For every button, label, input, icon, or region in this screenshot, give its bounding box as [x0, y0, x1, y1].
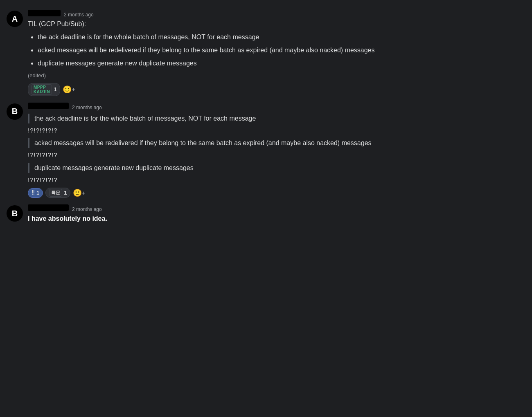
blockquote: acked messages will be redelivered if th… — [28, 138, 525, 148]
reaction-count: 1 — [54, 86, 56, 92]
message-item: B 2 months ago the ack deadline is for t… — [0, 99, 532, 202]
message-body: I have absolutely no idea. — [28, 214, 525, 224]
avatar: B — [7, 205, 23, 222]
message-content: 2 months ago the ack deadline is for the… — [28, 103, 525, 198]
avatar: A — [7, 11, 23, 27]
bullet-list: the ack deadline is for the whole batch … — [28, 32, 525, 68]
add-reaction-button[interactable]: 🙂+ — [63, 85, 75, 94]
interrobang-emoji: ‼️ — [32, 189, 35, 197]
message-item: B 2 months ago I have absolutely no idea… — [0, 201, 532, 229]
kaizen-emoji: MPPPKAIZEN — [32, 84, 52, 95]
message-list: A 2 months ago TIL (GCP Pub/Sub): the ac… — [0, 0, 532, 235]
username-redacted — [28, 103, 69, 109]
message-content: 2 months ago TIL (GCP Pub/Sub): the ack … — [28, 10, 525, 96]
username-redacted — [28, 10, 61, 16]
message-header: 2 months ago — [28, 204, 525, 212]
reaction-interrobang[interactable]: ‼️ 1 — [28, 188, 43, 198]
timestamp: 2 months ago — [72, 206, 102, 212]
reaction-special[interactable]: 특문 1 — [45, 188, 70, 198]
reaction-count: 1 — [36, 190, 39, 196]
edited-tag: (edited) — [28, 72, 525, 80]
blockquote-wrapper: the ack deadline is for the whole batch … — [28, 114, 525, 135]
avatar: B — [7, 103, 23, 120]
message-content: 2 months ago I have absolutely no idea. — [28, 204, 525, 225]
bold-message: I have absolutely no idea. — [28, 214, 525, 224]
body-title: TIL (GCP Pub/Sub): — [28, 19, 525, 29]
blockquote-wrapper: duplicate messages generate new duplicat… — [28, 163, 525, 185]
reactions: MPPPKAIZEN 1 🙂+ — [28, 83, 525, 96]
username-redacted — [28, 204, 69, 211]
add-reaction-button[interactable]: 🙂+ — [73, 188, 85, 198]
reaction-kaizen[interactable]: MPPPKAIZEN 1 — [28, 83, 60, 96]
message-header: 2 months ago — [28, 10, 525, 18]
timestamp: 2 months ago — [72, 105, 102, 110]
message-body: TIL (GCP Pub/Sub): the ack deadline is f… — [28, 19, 525, 80]
blockquote-text: acked messages will be redelivered if th… — [34, 139, 372, 146]
reaction-count: 1 — [64, 190, 67, 196]
timestamp: 2 months ago — [64, 12, 94, 18]
blockquote-text: duplicate messages generate new duplicat… — [34, 164, 194, 171]
message-body: the ack deadline is for the whole batch … — [28, 114, 525, 185]
blockquote-text: the ack deadline is for the whole batch … — [34, 115, 256, 122]
exclamation-text: !?!?!?!?!? — [28, 175, 525, 185]
exclamation-text: !?!?!?!?!? — [28, 126, 525, 135]
list-item: duplicate messages generate new duplicat… — [38, 58, 525, 68]
message-header: 2 months ago — [28, 103, 525, 110]
blockquote: the ack deadline is for the whole batch … — [28, 114, 525, 123]
message-item: A 2 months ago TIL (GCP Pub/Sub): the ac… — [0, 7, 532, 99]
exclamation-text: !?!?!?!?!? — [28, 150, 525, 160]
special-emoji: 특문 — [49, 189, 62, 197]
list-item: the ack deadline is for the whole batch … — [38, 32, 525, 42]
blockquote-wrapper: acked messages will be redelivered if th… — [28, 138, 525, 160]
list-item: acked messages will be redelivered if th… — [38, 45, 525, 55]
reactions: ‼️ 1 특문 1 🙂+ — [28, 188, 525, 198]
blockquote: duplicate messages generate new duplicat… — [28, 163, 525, 173]
